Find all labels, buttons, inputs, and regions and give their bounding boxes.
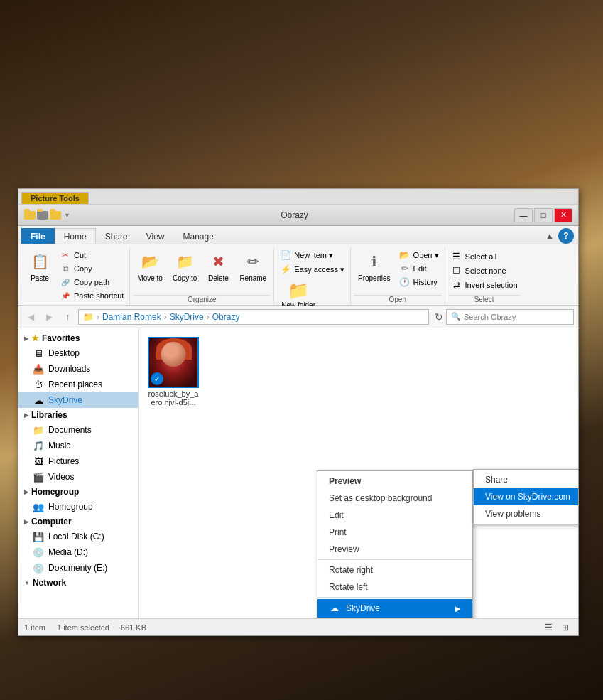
ribbon-toggle[interactable]: ▲ [545, 231, 554, 241]
close-button[interactable]: ✕ [554, 208, 572, 222]
select-none-button[interactable]: ☐ Select none [448, 264, 509, 277]
skydrive-icon: ☁ [33, 394, 44, 406]
delete-label: Delete [208, 274, 229, 282]
selection-info: 1 item selected [57, 623, 109, 632]
copy-to-label: Copy to [173, 274, 197, 282]
libraries-header[interactable]: ▶ Libraries [18, 408, 138, 422]
list-view-button[interactable]: ☰ [541, 620, 555, 635]
sidebar-item-skydrive[interactable]: ☁ SkyDrive [18, 392, 138, 408]
up-button[interactable]: ↑ [60, 309, 75, 325]
breadcrumb-damian[interactable]: Damian Romek [102, 312, 161, 322]
documents-label: Documents [48, 425, 92, 435]
sidebar-item-desktop[interactable]: 🖥 Desktop [18, 345, 138, 361]
cut-icon: ✂ [60, 249, 71, 261]
copy-path-button[interactable]: 🔗 Copy path [57, 276, 126, 289]
picture-tools-tab[interactable]: Picture Tools [21, 192, 89, 204]
refresh-button[interactable]: ↻ [435, 311, 443, 323]
videos-icon: 🎬 [33, 471, 44, 483]
tab-share[interactable]: Share [96, 228, 137, 244]
copy-to-button[interactable]: 📁 Copy to [168, 249, 201, 290]
file-item[interactable]: ✓ roseluck_by_aero njvl-d5j... [145, 334, 202, 409]
back-button[interactable]: ◀ [23, 309, 38, 325]
sidebar-item-music[interactable]: 🎵 Music [18, 438, 138, 453]
title-dropdown-arrow[interactable]: ▾ [65, 211, 69, 220]
properties-button[interactable]: ℹ Properties [354, 249, 395, 290]
network-header[interactable]: ▼ Network [18, 576, 138, 590]
submenu-share[interactable]: Share [474, 471, 578, 488]
delete-button[interactable]: ✖ Delete [202, 249, 234, 290]
submenu-view-problems[interactable]: View problems [474, 505, 578, 522]
new-folder-button[interactable]: 📁 New folder [277, 280, 320, 308]
sidebar-item-pictures[interactable]: 🖼 Pictures [18, 453, 138, 469]
media-label: Media (D:) [48, 547, 88, 557]
ctx-preview2[interactable]: Preview [317, 541, 472, 558]
tab-home[interactable]: Home [55, 228, 96, 244]
submenu-view-problems-label: View problems [485, 509, 540, 519]
ctx-open-with[interactable]: Open with ▶ [317, 618, 472, 618]
invert-selection-button[interactable]: ⇄ Invert selection [448, 279, 521, 291]
open-label: Open [354, 295, 442, 305]
sidebar-item-downloads[interactable]: 📥 Downloads [18, 361, 138, 377]
select-label: Select [448, 295, 521, 305]
organize-content: 📂 Move to 📁 Copy to ✖ Delete ✏ Rename [133, 247, 271, 294]
sidebar-item-dokumenty[interactable]: 💿 Dokumenty (E:) [18, 560, 138, 576]
window-controls: — □ ✕ [514, 208, 572, 222]
ctx-skydrive-label: SkyDrive [346, 603, 380, 613]
favorites-header[interactable]: ▶ ★ Favorites [18, 331, 138, 345]
paste-shortcut-icon: 📌 [60, 290, 71, 301]
search-box[interactable]: 🔍 [446, 309, 574, 325]
tab-manage[interactable]: Manage [174, 228, 223, 244]
submenu-view-skydrive[interactable]: View on SkyDrive.com [474, 488, 578, 505]
tab-view[interactable]: View [137, 228, 174, 244]
forward-button[interactable]: ▶ [41, 309, 57, 325]
easy-access-button[interactable]: ⚡ Easy access ▾ [277, 263, 347, 276]
ctx-print[interactable]: Print [317, 524, 472, 541]
copy-path-label: Copy path [74, 278, 109, 286]
ctx-rotate-left[interactable]: Rotate left [317, 578, 472, 596]
copy-button[interactable]: ⧉ Copy [57, 262, 126, 275]
large-icon-view-button[interactable]: ⊞ [558, 620, 572, 635]
minimize-button[interactable]: — [514, 208, 533, 222]
paste-shortcut-button[interactable]: 📌 Paste shortcut [57, 289, 126, 302]
sidebar-item-recent[interactable]: ⏱ Recent places [18, 377, 138, 392]
ctx-skydrive[interactable]: ☁ SkyDrive ▶ [317, 599, 472, 618]
breadcrumb-skydrive[interactable]: SkyDrive [170, 312, 204, 322]
rename-button[interactable]: ✏ Rename [235, 249, 271, 290]
breadcrumb-obrazy[interactable]: Obrazy [212, 312, 240, 322]
pictures-icon: 🖼 [33, 456, 44, 467]
breadcrumb[interactable]: 📁 › Damian Romek › SkyDrive › Obrazy [78, 309, 429, 325]
copy-icon: ⧉ [60, 263, 71, 274]
sidebar-item-local-disk[interactable]: 💾 Local Disk (C:) [18, 529, 138, 544]
sidebar-item-videos[interactable]: 🎬 Videos [18, 469, 138, 485]
move-to-button[interactable]: 📂 Move to [133, 249, 167, 290]
sidebar-item-homegroup[interactable]: 👥 Homegroup [18, 499, 138, 515]
ctx-preview-bold-label: Preview [329, 476, 361, 486]
help-button[interactable]: ? [558, 228, 574, 244]
ctx-rotate-right[interactable]: Rotate right [317, 561, 472, 578]
ribbon-bar: 📋 Paste ✂ Cut ⧉ Copy 🔗 Copy path [18, 244, 578, 306]
paste-button[interactable]: 📋 Paste [24, 249, 55, 290]
paste-label: Paste [31, 274, 49, 282]
tab-file[interactable]: File [21, 228, 55, 244]
sidebar-item-media[interactable]: 💿 Media (D:) [18, 544, 138, 560]
select-all-icon: ☰ [451, 251, 462, 262]
select-all-button[interactable]: ☰ Select all [448, 250, 500, 263]
computer-header[interactable]: ▶ Computer [18, 515, 138, 529]
new-item-button[interactable]: 📄 New item ▾ [277, 249, 336, 262]
cut-button[interactable]: ✂ Cut [57, 249, 126, 262]
sidebar-item-documents[interactable]: 📁 Documents [18, 422, 138, 438]
ctx-edit[interactable]: Edit [317, 507, 472, 524]
move-to-icon: 📂 [138, 250, 161, 273]
maximize-button[interactable]: □ [534, 208, 553, 222]
open-button[interactable]: 📂 Open ▾ [396, 249, 442, 262]
edit-button[interactable]: ✏ Edit [396, 262, 442, 275]
cut-label: Cut [74, 251, 86, 259]
skydrive-submenu: Share View on SkyDrive.com View problems [473, 469, 578, 524]
ctx-set-desktop[interactable]: Set as desktop background [317, 490, 472, 507]
history-button[interactable]: 🕐 History [396, 276, 442, 289]
search-input[interactable] [464, 313, 569, 321]
ctx-preview-bold[interactable]: Preview [317, 473, 472, 490]
breadcrumb-separator-icon: 📁 [83, 312, 94, 322]
homegroup-header[interactable]: ▶ Homegroup [18, 485, 138, 499]
copy-label: Copy [74, 264, 92, 273]
